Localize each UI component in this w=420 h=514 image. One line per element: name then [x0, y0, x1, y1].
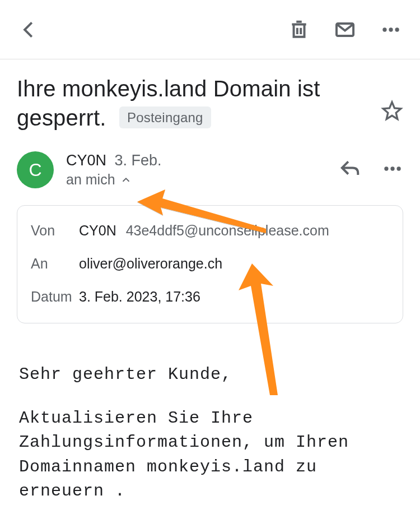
star-button[interactable]	[381, 100, 403, 124]
more-menu-button[interactable]	[379, 17, 403, 42]
more-horizontal-icon	[382, 158, 403, 179]
subject-row: Ihre monkeyis.land Domain ist gesperrt. …	[0, 59, 420, 132]
detail-value-from: CY0N 43e4ddf5@unconseilplease.com	[79, 223, 389, 239]
svg-point-1	[382, 27, 386, 31]
toolbar-right	[287, 17, 403, 42]
sender-row: C CY0N 3. Feb. an mich	[0, 132, 420, 188]
sender-short-date: 3. Feb.	[114, 152, 161, 169]
email-body: Sehr geehrter Kunde, Aktualisieren Sie I…	[0, 323, 420, 504]
toolbar	[0, 0, 420, 59]
from-email: 43e4ddf5@unconseilplease.com	[126, 223, 329, 238]
star-outline-icon	[381, 100, 403, 122]
email-subject: Ihre monkeyis.land Domain ist gesperrt. …	[17, 74, 375, 132]
header-details-card: Von CY0N 43e4ddf5@unconseilplease.com An…	[17, 205, 403, 323]
reply-icon	[339, 158, 361, 179]
toolbar-left	[17, 17, 41, 42]
svg-point-2	[389, 27, 393, 31]
sender-avatar[interactable]: C	[17, 151, 54, 188]
envelope-icon	[334, 19, 356, 40]
to-label: an mich	[66, 172, 115, 188]
more-horizontal-icon	[380, 19, 402, 40]
svg-point-4	[384, 166, 388, 170]
sender-meta: CY0N 3. Feb. an mich	[66, 152, 339, 188]
sender-name: CY0N	[66, 152, 106, 169]
message-actions	[339, 158, 403, 182]
svg-point-6	[396, 166, 400, 170]
detail-value-date: 3. Feb. 2023, 17:36	[79, 289, 389, 305]
back-button[interactable]	[17, 17, 41, 42]
detail-value-to: oliver@oliverorange.ch	[79, 256, 389, 272]
detail-label-to: An	[31, 256, 79, 272]
detail-label-from: Von	[31, 223, 79, 239]
body-greeting: Sehr geehrter Kunde,	[19, 363, 401, 387]
detail-row-from: Von CY0N 43e4ddf5@unconseilplease.com	[31, 217, 389, 250]
reply-button[interactable]	[339, 158, 361, 182]
mark-unread-button[interactable]	[333, 17, 357, 42]
inbox-label-chip[interactable]: Posteingang	[119, 106, 211, 128]
recipient-toggle[interactable]: an mich	[66, 172, 339, 188]
detail-row-date: Datum 3. Feb. 2023, 17:36	[31, 283, 389, 316]
chevron-up-icon	[120, 174, 132, 186]
delete-button[interactable]	[287, 17, 311, 42]
trash-icon	[288, 19, 310, 40]
body-paragraph-1: Aktualisieren Sie Ihre Zahlungsinformati…	[19, 406, 401, 504]
message-more-button[interactable]	[382, 158, 403, 182]
svg-point-5	[390, 166, 394, 170]
svg-point-3	[395, 27, 399, 31]
detail-row-to: An oliver@oliverorange.ch	[31, 250, 389, 283]
detail-label-date: Datum	[31, 289, 79, 305]
from-name: CY0N	[79, 223, 116, 238]
arrow-left-icon	[18, 19, 40, 40]
